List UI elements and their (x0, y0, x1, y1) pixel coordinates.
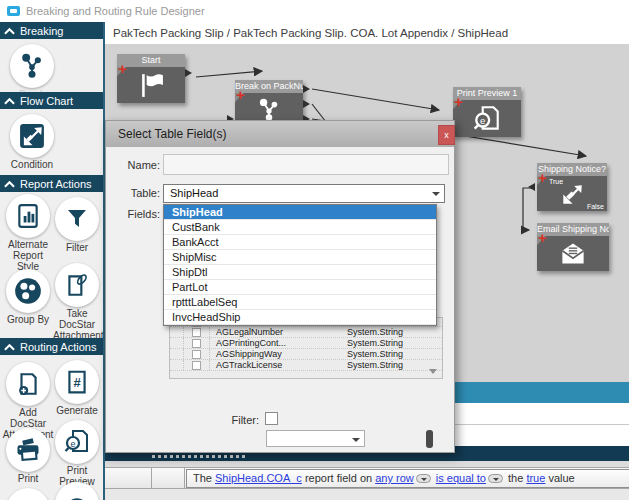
tool-print[interactable]: Print (2, 428, 54, 485)
add-badge-icon[interactable]: + (538, 230, 547, 245)
add-badge-icon[interactable]: + (118, 61, 127, 76)
field-row[interactable]: AGTrackLicenseSystem.String (170, 360, 442, 371)
filter-combobox[interactable] (266, 430, 365, 447)
port-shipping-left[interactable] (528, 183, 535, 191)
flag-icon (138, 72, 164, 98)
dropdown-item[interactable]: CustBank (164, 220, 436, 235)
scroll-down-icon[interactable] (429, 369, 437, 374)
port-start-out[interactable] (185, 69, 192, 77)
app-icon (7, 6, 20, 16)
dropdown-item[interactable]: ShipMisc (164, 250, 436, 265)
tool-take-docstar-attachment[interactable]: Take DocStar Attachment (53, 263, 101, 341)
scroll-thumb[interactable] (426, 430, 433, 448)
add-badge-icon[interactable]: + (538, 170, 547, 185)
tool-print-preview[interactable]: e Print Preview (53, 420, 101, 488)
tool-partial-1[interactable] (2, 488, 54, 500)
tool-label: Filter (53, 243, 101, 254)
alternate-report-style-icon (15, 203, 41, 229)
dropdown-item[interactable]: BankAcct (164, 235, 436, 250)
node-print-preview-1[interactable]: Print Preview 1 + e (453, 87, 521, 137)
tool-alternate-report-style[interactable]: Alternate Report Style (2, 194, 54, 272)
name-label: Name: (116, 159, 160, 171)
select-table-fields-dialog: Select Table Field(s) x Name: Table: Shi… (105, 120, 455, 453)
tool-group-by[interactable]: Group By (2, 269, 54, 326)
table-label: Table: (116, 187, 160, 199)
rule-text: value (545, 472, 574, 484)
section-header-breaking[interactable]: Breaking (0, 22, 103, 39)
dialog-title: Select Table Field(s) (118, 127, 227, 141)
checkbox[interactable] (192, 361, 201, 370)
svg-text:e: e (480, 114, 485, 125)
section-header-flow-chart[interactable]: Flow Chart (0, 92, 103, 109)
field-link[interactable]: ShipHead.COA_c (215, 472, 302, 484)
status-cell-2 (152, 468, 185, 488)
chevron-down-icon (432, 192, 440, 196)
node-title: Email Shipping No (537, 223, 609, 236)
tool-filter[interactable]: Filter (53, 197, 101, 254)
row-scope-dropdown-button[interactable] (416, 474, 431, 483)
tool-label: Generate (53, 406, 101, 417)
dropdown-item[interactable]: ShipDtl (164, 265, 436, 280)
table-combobox[interactable]: ShipHead (163, 184, 445, 203)
dialog-titlebar[interactable]: Select Table Field(s) (106, 121, 454, 147)
tool-generate[interactable]: # Generate (53, 360, 101, 417)
rule-text: the (505, 472, 526, 484)
envelope-icon (556, 240, 590, 268)
tool-label: Print (2, 474, 54, 485)
port-break-out-1[interactable] (303, 85, 310, 93)
filter-icon (65, 207, 89, 231)
print-icon (14, 436, 42, 464)
operator-dropdown-button[interactable] (488, 474, 503, 483)
tool-label: Take DocStar Attachment (53, 309, 101, 341)
filter-label: Filter: (209, 414, 259, 426)
svg-text:#: # (73, 375, 81, 390)
print-preview-icon: e (63, 428, 91, 456)
checkbox[interactable] (192, 328, 201, 337)
breadcrumb-bar: PakTech Packing Slip / PakTech Packing S… (105, 22, 629, 44)
filter-checkbox[interactable] (265, 412, 278, 425)
bottom-strip (105, 489, 629, 500)
collapse-icon (4, 97, 15, 105)
field-row[interactable]: AGShippingWaySystem.String (170, 349, 442, 360)
rule-status-row: The ShipHead.COA_c report field on any r… (105, 467, 629, 489)
field-row[interactable]: AGPrintingCont...System.String (170, 338, 442, 349)
row-scope-link[interactable]: any row (375, 472, 414, 484)
dropdown-item[interactable]: rptttLabelSeq (164, 295, 436, 310)
field-row[interactable]: AGLegalNumberSystem.String (170, 327, 442, 338)
add-badge-icon[interactable]: + (454, 94, 463, 109)
dropdown-item-selected[interactable]: ShipHead (164, 205, 436, 220)
name-input[interactable] (163, 154, 449, 175)
port-break-out-2[interactable] (303, 100, 310, 108)
node-shipping-notice[interactable]: Shipping Notice? + True False (537, 163, 607, 211)
dropdown-item[interactable]: InvcHeadShip (164, 310, 436, 325)
collapse-icon (4, 343, 15, 351)
node-title: Print Preview 1 (453, 87, 521, 100)
section-header-report-actions[interactable]: Report Actions (0, 175, 103, 192)
envelope-icon (14, 496, 42, 500)
clipped-text-tops (152, 455, 247, 458)
tool-condition[interactable]: Condition (6, 114, 58, 171)
add-badge-icon[interactable]: + (236, 87, 245, 102)
add-docstar-attachment-icon (15, 371, 41, 397)
checkbox[interactable] (192, 350, 201, 359)
tool-partial-2[interactable] (53, 482, 101, 500)
node-start[interactable]: Start + (117, 54, 185, 103)
node-email-shipping[interactable]: Email Shipping No + (537, 223, 609, 271)
condition-icon (19, 123, 45, 149)
checkbox[interactable] (192, 339, 201, 348)
fields-checkbox-list[interactable]: AGLegalNumberSystem.String AGPrintingCon… (169, 317, 443, 379)
tool-label: Group By (2, 315, 54, 326)
tool-label: Alternate Report Style (2, 240, 54, 272)
value-link[interactable]: true (526, 472, 545, 484)
fields-label: Fields: (116, 208, 160, 220)
break-icon (256, 97, 282, 123)
dropdown-item[interactable]: PartLot (164, 280, 436, 295)
close-button[interactable]: x (438, 125, 455, 145)
group-by-icon (14, 277, 42, 305)
svg-text:e: e (70, 439, 75, 449)
table-dropdown-list: ShipHead CustBank BankAcct ShipMisc Ship… (163, 204, 437, 326)
generate-icon: # (64, 369, 90, 395)
rule-text: report field on (302, 472, 375, 484)
section-header-routing-actions[interactable]: Routing Actions (0, 338, 103, 355)
operator-link[interactable]: is equal to (436, 472, 486, 484)
